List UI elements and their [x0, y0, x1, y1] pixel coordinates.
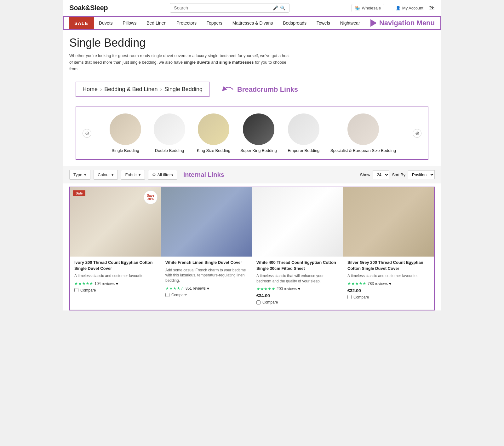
category-label-single: Single Bedding [112, 148, 139, 153]
categories-next-button[interactable]: ⊕ [413, 129, 421, 138]
category-circle-single [110, 113, 141, 145]
type-filter-label: Type [73, 172, 82, 177]
compare-checkbox-1[interactable] [74, 288, 78, 292]
type-filter[interactable]: Type ▾ [69, 170, 90, 180]
filters-right: Show 24 Sort By Position [360, 170, 435, 179]
star-icons-3: ★★★★★ [256, 287, 275, 291]
product-image-1[interactable]: Sale Save30% [70, 187, 161, 257]
show-select[interactable]: 24 [373, 170, 389, 179]
product-image-4[interactable] [343, 187, 434, 257]
category-circle-double [154, 113, 185, 145]
categories-prev-button[interactable]: ⊙ [83, 129, 91, 138]
breadcrumb-current[interactable]: Single Bedding [164, 86, 203, 93]
category-label-double: Double Bedding [155, 148, 184, 153]
categories-items: Single Bedding Double Bedding King Size … [91, 113, 413, 153]
wholesale-button[interactable]: 🏪 Wholesale [352, 4, 384, 12]
breadcrumb-category[interactable]: Bedding & Bed Linen [104, 86, 158, 93]
compare-checkbox-2[interactable] [165, 293, 169, 297]
product-badge-save-1: Save30% [144, 190, 158, 204]
product-info-1: Ivory 200 Thread Count Egyptian Cotton S… [70, 257, 161, 292]
nav-item-toppers[interactable]: Toppers [202, 17, 227, 29]
cart-button[interactable]: 🛍 [428, 4, 435, 12]
nav-item-pillows[interactable]: Pillows [118, 17, 142, 29]
category-label-specialist: Specialist & European Size Bedding [330, 148, 396, 153]
nav-item-nightwear[interactable]: Nightwear [335, 17, 365, 29]
compare-row-1: Compare [74, 288, 156, 293]
search-input[interactable] [174, 5, 273, 10]
colour-filter[interactable]: Colour ▾ [94, 170, 118, 180]
nav-annotation-label: Navigation Menu [379, 19, 435, 27]
star-icons-2: ★★★★☆ [165, 286, 184, 291]
product-name-3[interactable]: White 400 Thread Count Egyptian Cotton S… [256, 260, 338, 271]
logo[interactable]: Soak&Sleep [69, 4, 108, 12]
product-price-3: £34.00 [256, 293, 338, 298]
reviews-chevron-1: ▾ [116, 281, 118, 286]
single-duvets-link[interactable]: single duvets [184, 60, 210, 65]
all-filters-label: All filters [158, 172, 173, 177]
product-desc-3: A timeless classic that will enhance you… [256, 273, 338, 284]
category-single-bedding[interactable]: Single Bedding [108, 113, 143, 153]
nav-item-bedspreads[interactable]: Bedspreads [278, 17, 312, 29]
single-mattresses-link[interactable]: single mattresses [219, 60, 254, 65]
breadcrumb-section: Home › Bedding & Bed Linen › Single Bedd… [63, 75, 441, 103]
reviews-chevron-3: ▾ [298, 286, 300, 291]
internal-links-annotation: Internal Links [183, 171, 224, 178]
header-right: 🏪 Wholesale | 👤 My Account 🛍 [352, 4, 435, 12]
categories-section: ⊙ Single Bedding Double Bedding [69, 103, 435, 163]
products-grid: Sale Save30% Ivory 200 Thread Count Egyp… [70, 187, 434, 310]
category-king-bedding[interactable]: King Size Bedding [196, 113, 231, 153]
microphone-icon[interactable]: 🎤 [273, 5, 278, 10]
category-specialist-bedding[interactable]: Specialist & European Size Bedding [330, 113, 396, 153]
search-bar[interactable]: 🎤 🔍 [170, 3, 289, 13]
product-name-1[interactable]: Ivory 200 Thread Count Egyptian Cotton S… [74, 260, 156, 271]
nav-item-towels[interactable]: Towels [312, 17, 335, 29]
breadcrumb-sep-1: › [100, 87, 102, 92]
product-badge-sale-1: Sale [73, 190, 85, 196]
page-description: Whether you're looking for guest-room re… [69, 53, 290, 72]
breadcrumb-arrow-icon [222, 83, 235, 96]
compare-row-3: Compare [256, 300, 338, 304]
product-stars-4: ★★★★★ 783 reviews ▾ [347, 281, 430, 286]
nav-item-duvets[interactable]: Duvets [94, 17, 118, 29]
all-filters-button[interactable]: ⚙ All filters [148, 170, 177, 180]
show-label: Show [360, 172, 370, 177]
category-super-king-bedding[interactable]: Super King Bedding [240, 113, 277, 153]
product-image-3[interactable] [252, 187, 343, 257]
category-emperor-bedding[interactable]: Emperor Bedding [286, 113, 321, 153]
product-card-1: Sale Save30% Ivory 200 Thread Count Egyp… [70, 187, 161, 310]
product-image-2[interactable] [161, 187, 252, 257]
category-circle-specialist [347, 113, 379, 145]
categories-outer: ⊙ Single Bedding Double Bedding [63, 103, 441, 166]
product-name-2[interactable]: White French Linen Single Duvet Cover [165, 260, 247, 265]
breadcrumb-home[interactable]: Home [83, 86, 98, 93]
compare-label-3: Compare [262, 300, 278, 304]
compare-checkbox-4[interactable] [347, 295, 352, 299]
nav-item-protectors[interactable]: Protectors [171, 17, 202, 29]
fabric-filter[interactable]: Fabric ▾ [121, 170, 145, 180]
product-card-4: Silver Grey 200 Thread Count Egyptian Co… [343, 187, 434, 310]
my-account-button[interactable]: 👤 My Account [396, 6, 423, 10]
product-info-4: Silver Grey 200 Thread Count Egyptian Co… [343, 257, 434, 299]
product-info-2: White French Linen Single Duvet Cover Ad… [161, 257, 252, 297]
compare-checkbox-3[interactable] [256, 300, 261, 304]
filter-icon: ⚙ [152, 172, 156, 177]
nav-item-mattresses[interactable]: Mattresses & Divans [227, 17, 278, 29]
product-name-4[interactable]: Silver Grey 200 Thread Count Egyptian Co… [347, 260, 430, 271]
breadcrumb-annotation: Breadcrumb Links [222, 83, 298, 96]
category-double-bedding[interactable]: Double Bedding [152, 113, 187, 153]
reviews-link-3[interactable]: 200 reviews [277, 287, 297, 291]
category-circle-emperor [288, 113, 319, 145]
reviews-link-4[interactable]: 783 reviews [368, 281, 388, 286]
breadcrumb: Home › Bedding & Bed Linen › Single Bedd… [76, 82, 209, 97]
sort-select[interactable]: Position [408, 170, 435, 179]
product-info-3: White 400 Thread Count Egyptian Cotton S… [252, 257, 343, 304]
nav-item-bed-linen[interactable]: Bed Linen [141, 17, 171, 29]
reviews-chevron-2: ▾ [207, 286, 209, 291]
nav-sale[interactable]: SALE [69, 17, 94, 29]
reviews-link-1[interactable]: 104 reviews [94, 281, 115, 286]
search-icon[interactable]: 🔍 [280, 5, 285, 10]
reviews-link-2[interactable]: 851 reviews [186, 286, 206, 291]
compare-label-4: Compare [353, 295, 369, 299]
star-icons-1: ★★★★★ [74, 281, 93, 286]
compare-label-1: Compare [80, 288, 96, 293]
